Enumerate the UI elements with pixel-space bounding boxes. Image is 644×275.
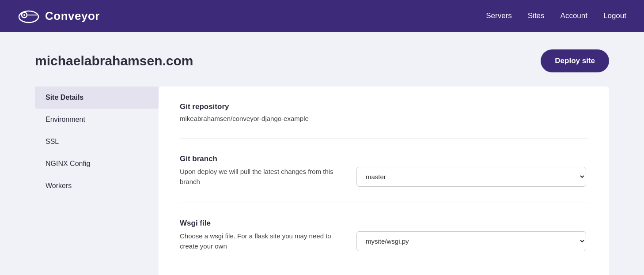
wsgi-file-select[interactable]: mysite/wsgi.py app/wsgi.py wsgi.py: [356, 231, 586, 251]
nav-account[interactable]: Account: [561, 11, 587, 20]
logo: Conveyor: [18, 7, 100, 25]
section-wsgi-file: Wsgi file Choose a wsgi file. For a flas…: [180, 219, 588, 267]
wsgi-file-control: mysite/wsgi.py app/wsgi.py wsgi.py: [356, 231, 588, 251]
sidebar-item-workers[interactable]: Workers: [35, 175, 159, 197]
sidebar-item-site-details[interactable]: Site Details: [35, 87, 159, 109]
wsgi-file-description: Choose a wsgi file. For a flask site you…: [180, 231, 339, 251]
git-branch-title: Git branch: [180, 154, 588, 163]
deploy-button[interactable]: Deploy site: [541, 49, 609, 72]
git-branch-row: Upon deploy we will pull the latest chan…: [180, 167, 588, 187]
svg-point-2: [23, 14, 25, 16]
git-branch-control: master main develop: [356, 167, 588, 187]
header: Conveyor Servers Sites Account Logout: [0, 0, 644, 32]
page-title: michaelabrahamsen.com: [35, 53, 193, 68]
sidebar: Site Details Environment SSL NGINX Confi…: [35, 87, 159, 275]
section-git-branch: Git branch Upon deploy we will pull the …: [180, 154, 588, 203]
git-branch-description: Upon deploy we will pull the latest chan…: [180, 167, 339, 187]
sidebar-item-environment[interactable]: Environment: [35, 109, 159, 131]
page-content: michaelabrahamsen.com Deploy site Site D…: [17, 32, 627, 275]
main-layout: Site Details Environment SSL NGINX Confi…: [35, 87, 609, 275]
logo-icon: [18, 7, 40, 25]
nav-logout[interactable]: Logout: [603, 11, 626, 20]
nav-servers[interactable]: Servers: [486, 11, 512, 20]
nav-sites[interactable]: Sites: [528, 11, 545, 20]
sidebar-item-nginx-config[interactable]: NGINX Config: [35, 153, 159, 175]
git-repository-title: Git repository: [180, 102, 588, 111]
git-branch-select[interactable]: master main develop: [356, 167, 586, 187]
section-git-repository: Git repository mikeabrahamsen/conveyor-d…: [180, 102, 588, 139]
main-nav: Servers Sites Account Logout: [486, 11, 626, 20]
content-panel: Git repository mikeabrahamsen/conveyor-d…: [159, 87, 609, 275]
page-header: michaelabrahamsen.com Deploy site: [35, 49, 609, 72]
brand-name: Conveyor: [45, 9, 100, 23]
sidebar-item-ssl[interactable]: SSL: [35, 131, 159, 153]
wsgi-file-title: Wsgi file: [180, 219, 588, 228]
wsgi-file-row: Choose a wsgi file. For a flask site you…: [180, 231, 588, 251]
git-repository-value: mikeabrahamsen/conveyor-django-example: [180, 115, 588, 122]
